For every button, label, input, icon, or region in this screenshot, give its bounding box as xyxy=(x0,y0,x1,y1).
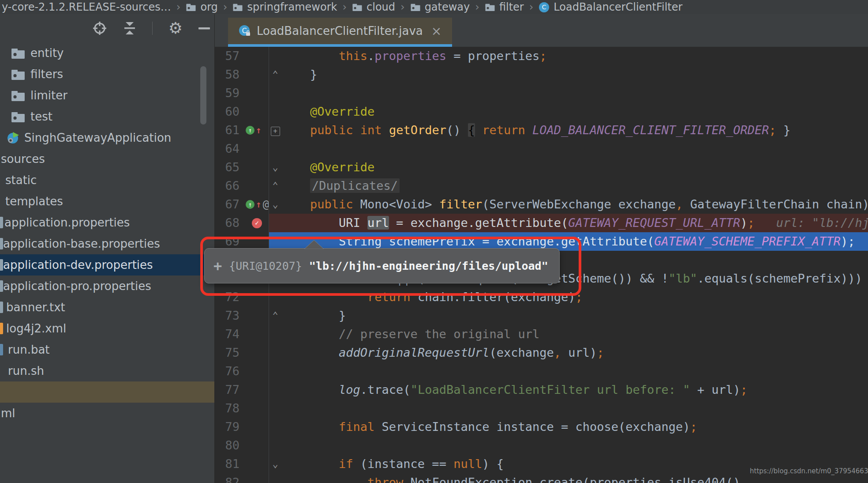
fold-marker[interactable] xyxy=(269,436,281,455)
breadcrumb-item[interactable]: cloud xyxy=(352,1,395,13)
fold-marker[interactable]: ⌃ xyxy=(269,306,281,325)
tree-item-empty[interactable] xyxy=(0,381,214,403)
tree-item-limiter[interactable]: limiter xyxy=(0,85,214,106)
fold-expand-icon[interactable]: + xyxy=(271,127,280,136)
code-text[interactable]: this.properties = properties; xyxy=(281,47,868,65)
fold-marker[interactable]: ⌄ xyxy=(269,158,281,177)
fold-marker[interactable] xyxy=(269,102,281,121)
tree-scrollbar-thumb[interactable] xyxy=(200,66,206,125)
fold-marker[interactable]: ⌄ xyxy=(269,195,281,214)
code-line-76: 76 xyxy=(215,362,868,381)
fold-marker[interactable] xyxy=(269,343,281,362)
hide-icon[interactable] xyxy=(198,26,210,30)
tree-item-run-sh[interactable]: run.sh xyxy=(0,360,214,381)
code-text[interactable]: @Override xyxy=(281,102,868,121)
gutter-icons xyxy=(246,84,269,102)
fold-marker[interactable]: + xyxy=(269,121,281,140)
editor-tab[interactable]: C LoadBalancerClientFilter.java × xyxy=(228,18,452,44)
locate-icon[interactable] xyxy=(92,21,107,36)
tree-item-static[interactable]: static xyxy=(0,170,214,191)
line-number: 58 xyxy=(215,65,246,84)
breadcrumb-item[interactable]: org xyxy=(186,1,217,13)
code-text[interactable] xyxy=(281,140,868,158)
code-line-78: 78 xyxy=(215,399,868,418)
tree-item-label: static xyxy=(5,174,37,187)
code-text[interactable]: addOriginalRequestUrl(exchange, url); xyxy=(281,343,868,362)
line-body: ⌄ @Override xyxy=(269,158,868,177)
fold-marker[interactable] xyxy=(269,47,281,65)
code-text[interactable]: public Mono<Void> filter(ServerWebExchan… xyxy=(281,195,868,214)
code-text[interactable]: URI url = exchange.getAttribute(GATEWAY_… xyxy=(281,214,868,232)
tree-item-run-bat[interactable]: run.bat xyxy=(0,339,214,360)
tree-item-application-pro-properties[interactable]: application-pro.properties xyxy=(0,275,214,297)
navigate-up-icon[interactable]: ↑ xyxy=(256,126,262,135)
code-text[interactable]: } xyxy=(281,65,868,84)
fold-marker[interactable]: ⌃ xyxy=(269,177,281,195)
code-text[interactable] xyxy=(281,399,868,418)
fold-marker[interactable] xyxy=(269,84,281,102)
tree-item-label: limiter xyxy=(30,89,67,102)
fold-marker[interactable]: ⌃ xyxy=(269,65,281,84)
override-method-icon[interactable]: ↑ xyxy=(246,200,254,209)
code-text[interactable] xyxy=(281,436,868,455)
file-icon xyxy=(0,280,3,292)
line-number: 64 xyxy=(215,140,246,158)
tree-item-label: SinghGatewayApplication xyxy=(24,131,171,144)
close-icon[interactable]: × xyxy=(431,24,441,38)
tree-item-application-properties[interactable]: application.properties xyxy=(0,212,214,233)
tree-item-application-base-properties[interactable]: application-base.properties xyxy=(0,233,214,254)
code-text[interactable]: final ServiceInstance instance = choose(… xyxy=(281,418,868,436)
tree-item-application-dev-properties[interactable]: application-dev.properties xyxy=(0,254,214,275)
code-text[interactable]: @Override xyxy=(281,158,868,177)
breadcrumb-item[interactable]: CLoadBalancerClientFilter xyxy=(539,1,682,13)
line-number: 82 xyxy=(215,473,246,483)
fold-marker[interactable] xyxy=(269,140,281,158)
gutter-icons xyxy=(246,325,269,343)
fold-marker[interactable] xyxy=(269,381,281,399)
breadcrumb-item[interactable]: y-core-2.1.2.RELEASE-sources… xyxy=(2,1,171,13)
breadcrumb-item[interactable]: filter xyxy=(485,1,524,13)
fold-marker[interactable] xyxy=(269,399,281,418)
code-text[interactable]: log.trace("LoadBalancerClientFilter url … xyxy=(281,381,868,399)
code-text[interactable]: } xyxy=(281,306,868,325)
line-body xyxy=(269,399,868,418)
code-line-75: 75 addOriginalRequestUrl(exchange, url); xyxy=(215,343,868,362)
breadcrumb-label: y-core-2.1.2.RELEASE-sources… xyxy=(2,1,171,13)
code-line-73: 73⌃ } xyxy=(215,306,868,325)
tree-item-label: application-dev.properties xyxy=(3,258,153,272)
tree-item-banner-txt[interactable]: banner.txt xyxy=(0,297,214,318)
fold-marker[interactable] xyxy=(269,473,281,483)
code-text[interactable] xyxy=(281,362,868,381)
fold-marker[interactable]: ⌄ xyxy=(269,455,281,473)
breadcrumb: y-core-2.1.2.RELEASE-sources…› org› spri… xyxy=(0,0,868,15)
fold-marker[interactable] xyxy=(269,325,281,343)
settings-icon[interactable]: ⚙ xyxy=(168,20,183,36)
breadcrumb-label: filter xyxy=(499,1,524,13)
override-method-icon[interactable]: ↑ xyxy=(246,126,254,135)
breadcrumb-item[interactable]: gateway xyxy=(410,1,470,13)
fold-marker[interactable] xyxy=(269,362,281,381)
line-body xyxy=(269,362,868,381)
tree-item-sources[interactable]: sources xyxy=(0,148,214,170)
tree-item-filters[interactable]: filters xyxy=(0,64,214,85)
line-body xyxy=(269,436,868,455)
gutter-icons xyxy=(246,436,269,455)
fold-marker[interactable] xyxy=(269,418,281,436)
code-text[interactable]: public int getOrder() { return LOAD_BALA… xyxy=(281,121,868,140)
tab-title: LoadBalancerClientFilter.java xyxy=(257,24,423,38)
line-body: final ServiceInstance instance = choose(… xyxy=(269,418,868,436)
collapse-all-icon[interactable] xyxy=(123,21,136,36)
code-text[interactable]: // preserve the original url xyxy=(281,325,868,343)
tree-item-ml[interactable]: ml xyxy=(0,403,214,424)
navigate-up-icon[interactable]: ↑ xyxy=(256,200,262,209)
tree-item-entity[interactable]: entity xyxy=(0,42,214,64)
code-text[interactable]: /Duplicates/ xyxy=(281,177,868,195)
tree-item-log4j2-xml[interactable]: log4j2.xml xyxy=(0,318,214,339)
tree-item-test[interactable]: test xyxy=(0,106,214,127)
tree-item-singhgatewayapplication[interactable]: SinghGatewayApplication xyxy=(0,127,214,148)
tree-item-templates[interactable]: templates xyxy=(0,191,214,212)
fold-marker[interactable] xyxy=(269,214,281,232)
breadcrumb-item[interactable]: springframework xyxy=(232,1,337,13)
breakpoint-icon[interactable]: ✓ xyxy=(252,218,262,228)
code-text[interactable] xyxy=(281,84,868,102)
